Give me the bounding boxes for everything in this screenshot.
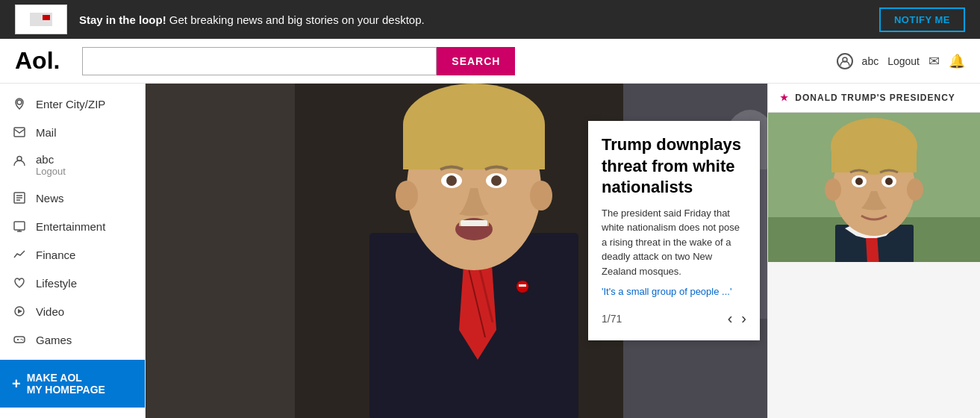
finance-icon [12, 247, 27, 262]
svg-rect-46 [519, 284, 526, 287]
svg-point-63 [907, 178, 923, 201]
svg-rect-2 [14, 128, 25, 137]
sidebar-entertainment-label: Entertainment [36, 220, 105, 233]
sidebar-user-icon [12, 153, 27, 168]
sidebar-item-finance[interactable]: Finance [0, 240, 145, 269]
video-icon [12, 304, 27, 319]
make-homepage-line2: MY HOMEPAGE [27, 384, 105, 396]
make-homepage-text: MAKE AOL MY HOMEPAGE [27, 372, 105, 396]
notify-bar-text: Stay in the loop! Get breaking news and … [79, 13, 879, 26]
sidebar-item-video[interactable]: Video [0, 297, 145, 325]
svg-point-17 [22, 340, 24, 341]
svg-rect-57 [831, 146, 917, 172]
right-panel-image [768, 113, 980, 262]
sidebar-item-mail[interactable]: Mail [0, 118, 145, 146]
svg-point-43 [530, 181, 552, 210]
bell-icon[interactable]: 🔔 [949, 53, 965, 69]
svg-point-42 [396, 181, 418, 210]
email-icon[interactable]: ✉ [928, 53, 940, 69]
svg-rect-41 [461, 220, 487, 226]
notify-me-button[interactable]: NOTIFY ME [879, 7, 965, 32]
hero-card-arrows: ‹ › [728, 310, 746, 327]
svg-point-1 [17, 100, 22, 104]
mail-icon [12, 125, 27, 140]
svg-rect-8 [14, 222, 25, 230]
make-homepage-line1: MAKE AOL [27, 372, 105, 384]
star-icon: ★ [780, 93, 789, 103]
main-layout: Enter City/ZIP Mail abc Logout [0, 84, 980, 418]
search-bar: SEARCH [82, 47, 515, 75]
hero-section[interactable]: Trump downplays threat from white nation… [146, 84, 767, 418]
games-icon [12, 332, 27, 347]
svg-point-62 [825, 178, 841, 201]
sidebar-news-label: News [36, 192, 64, 205]
user-avatar-icon [837, 53, 853, 69]
svg-point-59 [855, 178, 863, 185]
hero-prev-button[interactable]: ‹ [728, 310, 733, 327]
location-icon [12, 96, 27, 111]
sidebar-logout[interactable]: Logout [36, 166, 66, 177]
sidebar-games-label: Games [36, 334, 72, 346]
search-input[interactable] [82, 47, 437, 75]
svg-point-61 [885, 178, 893, 185]
sidebar-item-location[interactable]: Enter City/ZIP [0, 90, 145, 118]
svg-rect-47 [519, 287, 526, 290]
hero-next-button[interactable]: › [741, 310, 746, 327]
make-homepage-button[interactable]: + MAKE AOL MY HOMEPAGE [0, 360, 145, 408]
right-panel: ★ DONALD TRUMP'S PRESIDENCY [767, 84, 980, 418]
sidebar-item-entertainment[interactable]: Entertainment [0, 212, 145, 240]
sidebar-username: abc [36, 153, 66, 166]
hero-card-description: The president said Friday that white nat… [602, 206, 746, 279]
sidebar-finance-label: Finance [36, 249, 75, 261]
hero-card-title: Trump downplays threat from white nation… [602, 134, 746, 199]
sidebar-item-games[interactable]: Games [0, 325, 145, 354]
plus-icon: + [12, 375, 21, 393]
svg-point-38 [491, 175, 502, 186]
hero-card-counter: 1/71 [602, 313, 622, 325]
sidebar-mail-label: Mail [36, 126, 57, 139]
content-area: Trump downplays threat from white nation… [146, 84, 980, 418]
notify-bar-image [15, 4, 67, 34]
sidebar-lifestyle-label: Lifestyle [36, 277, 77, 290]
sidebar-item-lifestyle[interactable]: Lifestyle [0, 269, 145, 297]
header: Aol. SEARCH abc Logout ✉ 🔔 [0, 39, 980, 84]
svg-rect-34 [403, 125, 545, 169]
sidebar-video-label: Video [36, 305, 64, 318]
sidebar-user-info: abc Logout [36, 153, 66, 177]
svg-point-16 [21, 339, 22, 340]
sidebar-item-news[interactable]: News [0, 184, 145, 212]
sidebar-user-section: abc Logout [0, 146, 145, 184]
entertainment-icon [12, 219, 27, 234]
hero-card-link[interactable]: 'It's a small group of people ...' [602, 286, 731, 297]
news-icon [12, 190, 27, 205]
search-button[interactable]: SEARCH [437, 47, 515, 75]
svg-marker-12 [18, 309, 22, 314]
sidebar: Enter City/ZIP Mail abc Logout [0, 84, 146, 418]
header-logout[interactable]: Logout [887, 55, 920, 67]
notify-bar-regular: Get breaking news and big stories on you… [169, 13, 425, 26]
hero-info-card: Trump downplays threat from white nation… [588, 121, 760, 340]
right-panel-title: DONALD TRUMP'S PRESIDENCY [795, 93, 955, 103]
hero-card-nav: 1/71 ‹ › [602, 310, 746, 327]
notify-bar: Stay in the loop! Get breaking news and … [0, 0, 980, 39]
svg-point-36 [446, 175, 457, 186]
header-username: abc [862, 55, 879, 67]
header-right: abc Logout ✉ 🔔 [837, 53, 965, 69]
right-panel-header: ★ DONALD TRUMP'S PRESIDENCY [768, 84, 980, 113]
notify-bar-strong: Stay in the loop! [79, 13, 166, 26]
aol-logo[interactable]: Aol. [15, 47, 60, 75]
sidebar-location-label: Enter City/ZIP [36, 98, 105, 110]
svg-rect-45 [519, 281, 526, 284]
svg-rect-19 [146, 84, 295, 418]
lifestyle-icon [12, 275, 27, 290]
